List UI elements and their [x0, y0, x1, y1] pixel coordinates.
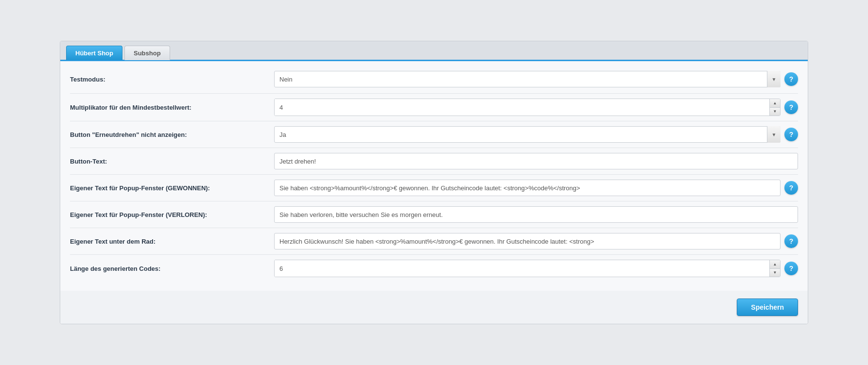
help-button-text-unter-rad[interactable]: ?: [784, 234, 798, 248]
row-multiplikator: Multiplikator für den Mindestbestellwert…: [70, 93, 798, 116]
select-erneutdrehen[interactable]: Ja Nein: [274, 126, 781, 143]
tab-hubert-shop[interactable]: Hübert Shop: [66, 46, 122, 60]
spinner-down-multiplikator[interactable]: ▼: [770, 108, 780, 116]
label-text-unter-rad: Eigener Text unter dem Rad:: [70, 238, 274, 245]
row-popup-gewonnen: Eigener Text für Popup-Fenster (GEWONNEN…: [70, 174, 798, 196]
row-erneutdrehen: Button "Erneutdrehen" nicht anzeigen: Ja…: [70, 121, 798, 143]
spinner-up-multiplikator[interactable]: ▲: [770, 99, 780, 108]
tab-subshop[interactable]: Subshop: [124, 46, 170, 60]
label-erneutdrehen: Button "Erneutdrehen" nicht anzeigen:: [70, 131, 274, 138]
label-button-text: Button-Text:: [70, 158, 274, 165]
main-container: Hübert Shop Subshop Testmodus: Nein Ja ▼…: [60, 41, 808, 324]
label-popup-verloren: Eigener Text für Popup-Fenster (VERLOREN…: [70, 211, 274, 218]
row-button-text: Button-Text:: [70, 148, 798, 169]
help-button-erneutdrehen[interactable]: ?: [784, 128, 798, 141]
help-button-testmodus[interactable]: ?: [784, 72, 798, 86]
form-content: Testmodus: Nein Ja ▼ ? Multiplikator für…: [60, 61, 808, 291]
help-button-popup-gewonnen[interactable]: ?: [784, 181, 798, 195]
tabs-bar: Hübert Shop Subshop: [60, 41, 808, 61]
input-popup-verloren[interactable]: [274, 206, 798, 223]
label-code-laenge: Länge des generierten Codes:: [70, 265, 274, 272]
spinner-input-multiplikator[interactable]: [275, 99, 769, 116]
spinner-down-code-laenge[interactable]: ▼: [770, 269, 780, 277]
row-code-laenge: Länge des generierten Codes: ▲ ▼ ?: [70, 254, 798, 277]
row-testmodus: Testmodus: Nein Ja ▼ ?: [70, 70, 798, 88]
help-button-multiplikator[interactable]: ?: [784, 100, 798, 114]
spinner-wrapper-multiplikator: ▲ ▼: [274, 99, 781, 116]
input-button-text[interactable]: [274, 153, 798, 169]
select-wrapper-erneutdrehen: Ja Nein ▼: [274, 126, 781, 143]
spinner-input-code-laenge[interactable]: [275, 260, 769, 277]
input-text-unter-rad[interactable]: [274, 233, 781, 249]
row-text-unter-rad: Eigener Text unter dem Rad: ?: [70, 228, 798, 249]
save-button[interactable]: Speichern: [737, 299, 798, 316]
bottom-bar: Speichern: [60, 291, 808, 324]
select-wrapper-testmodus: Nein Ja ▼: [274, 71, 781, 87]
spinner-wrapper-code-laenge: ▲ ▼: [274, 260, 781, 277]
label-testmodus: Testmodus:: [70, 76, 274, 83]
spinner-up-code-laenge[interactable]: ▲: [770, 260, 780, 269]
help-button-code-laenge[interactable]: ?: [784, 262, 798, 275]
label-multiplikator: Multiplikator für den Mindestbestellwert…: [70, 104, 274, 111]
input-popup-gewonnen[interactable]: [274, 180, 781, 196]
row-popup-verloren: Eigener Text für Popup-Fenster (VERLOREN…: [70, 201, 798, 223]
select-testmodus[interactable]: Nein Ja: [274, 71, 781, 87]
label-popup-gewonnen: Eigener Text für Popup-Fenster (GEWONNEN…: [70, 184, 274, 192]
